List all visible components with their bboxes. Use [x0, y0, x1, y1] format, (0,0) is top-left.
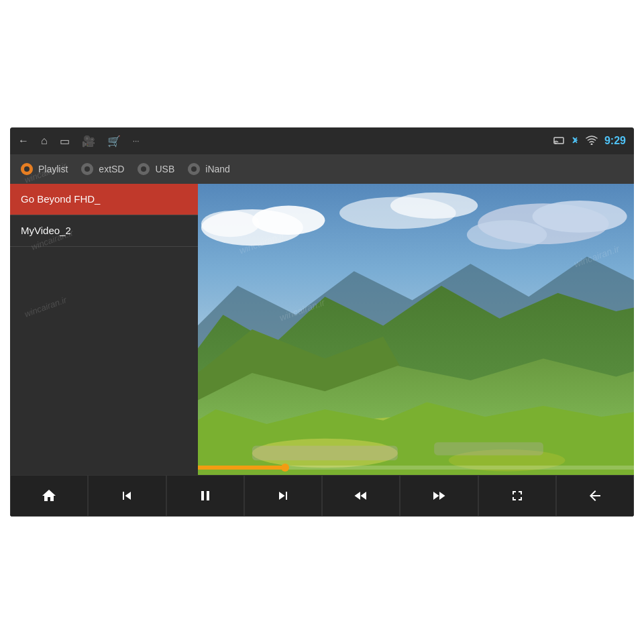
playlist-sidebar: Go Beyond FHD_ MyVideo_2 wincairan.ir wi… — [10, 184, 198, 475]
svg-point-10 — [533, 201, 627, 233]
tab-label-extsd: extSD — [99, 164, 124, 174]
home-button[interactable] — [10, 475, 88, 517]
tab-dot-playlist — [21, 163, 33, 175]
svg-point-1 — [555, 142, 556, 144]
home-nav-icon[interactable]: ⌂ — [41, 135, 48, 147]
source-tabs: Playlist extSD USB — [10, 154, 634, 184]
svg-point-5 — [252, 206, 325, 235]
bluetooth-icon — [571, 135, 579, 148]
video-progress-thumb — [281, 464, 289, 472]
back-nav-icon[interactable]: ← — [18, 135, 29, 147]
pause-button[interactable] — [166, 475, 244, 517]
tab-playlist[interactable]: Playlist — [21, 163, 68, 175]
status-right: 9:29 — [553, 135, 626, 148]
tab-dot-inner-inand — [191, 166, 197, 172]
camera-nav-icon[interactable]: 🎥 — [82, 135, 95, 148]
svg-point-8 — [390, 193, 478, 219]
tab-dot-extsd — [81, 163, 93, 175]
tab-inand[interactable]: iNand — [188, 163, 230, 175]
svg-point-11 — [467, 220, 547, 249]
fast-forward-button[interactable] — [400, 475, 478, 517]
tab-usb[interactable]: USB — [138, 163, 174, 175]
svg-rect-21 — [434, 442, 543, 455]
tab-dot-inand — [188, 163, 200, 175]
playlist-item-text-1: MyVideo_2 — [21, 225, 71, 236]
tab-label-inand: iNand — [205, 164, 230, 174]
bag-nav-icon[interactable]: 🛒 — [107, 135, 121, 148]
content-row: Go Beyond FHD_ MyVideo_2 wincairan.ir wi… — [10, 184, 634, 475]
rewind-button[interactable] — [322, 475, 400, 517]
svg-rect-20 — [252, 446, 398, 461]
video-area: wincairan.ir wincairan.ir wincairan.ir — [198, 184, 634, 475]
tab-extsd[interactable]: extSD — [81, 163, 124, 175]
main-content: Playlist extSD USB — [10, 154, 634, 475]
tab-dot-inner-extsd — [85, 166, 90, 172]
previous-button[interactable] — [88, 475, 166, 517]
wifi-icon — [586, 136, 598, 147]
playlist-item-text-0: Go Beyond FHD_ — [21, 193, 100, 205]
next-button[interactable] — [244, 475, 322, 517]
tab-dot-inner-usb — [141, 166, 146, 172]
watermark-sidebar-3: wincairan.ir — [23, 294, 68, 319]
video-progress-fill — [198, 466, 285, 470]
tab-label-playlist: Playlist — [38, 164, 68, 174]
playlist-item-0[interactable]: Go Beyond FHD_ — [10, 184, 198, 215]
tab-dot-inner-playlist — [24, 166, 30, 172]
control-bar — [10, 475, 634, 517]
device-frame: ← ⌂ ▭ 🎥 🛒 ··· — [0, 0, 644, 644]
recents-nav-icon[interactable]: ▭ — [60, 135, 70, 148]
clock: 9:29 — [604, 135, 626, 147]
back-button[interactable] — [556, 475, 634, 517]
svg-point-6 — [201, 211, 260, 237]
screen: ← ⌂ ▭ 🎥 🛒 ··· — [10, 127, 634, 517]
nav-icons: ← ⌂ ▭ 🎥 🛒 ··· — [18, 135, 553, 148]
svg-point-2 — [590, 143, 592, 145]
more-nav-icon[interactable]: ··· — [133, 136, 140, 146]
tab-dot-usb — [138, 163, 150, 175]
tab-label-usb: USB — [155, 164, 174, 174]
status-bar: ← ⌂ ▭ 🎥 🛒 ··· — [10, 127, 634, 154]
playlist-item-1[interactable]: MyVideo_2 — [10, 215, 198, 247]
video-progress-bar[interactable] — [198, 466, 634, 470]
fullscreen-button[interactable] — [478, 475, 556, 517]
mountain-scene — [198, 184, 634, 475]
cast-icon — [553, 136, 564, 147]
